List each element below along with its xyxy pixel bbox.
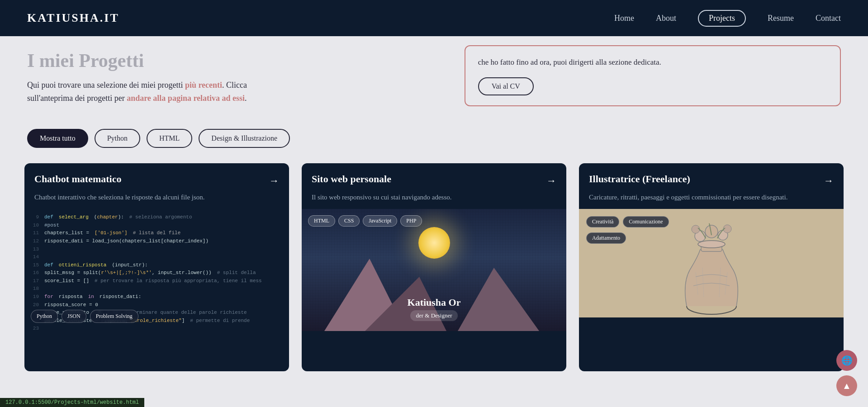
card-chatbot-title: Chatbot matematico bbox=[34, 173, 265, 185]
nav-contact[interactable]: Contact bbox=[816, 14, 841, 23]
moon-decoration bbox=[418, 227, 450, 259]
tag-problem-solving: Problem Solving bbox=[90, 310, 138, 323]
card-chatbot-header: Chatbot matematico → bbox=[24, 163, 289, 192]
web-person-role: der & Designer bbox=[410, 310, 457, 321]
nav-links: Home About Projects Resume Contact bbox=[614, 10, 841, 27]
tag-python: Python bbox=[31, 310, 58, 323]
tag-html: HTML bbox=[308, 215, 335, 227]
intro-strip: I miei Progetti Qui puoi trovare una sel… bbox=[0, 36, 868, 120]
floating-buttons: 🌐 ▲ bbox=[836, 350, 857, 376]
filter-row: Mostra tutto Python HTML Design & Illust… bbox=[0, 120, 868, 159]
card-chatbot-arrow: → bbox=[269, 175, 279, 187]
filter-html[interactable]: HTML bbox=[147, 129, 192, 148]
mountain2 bbox=[458, 268, 539, 331]
svg-point-6 bbox=[692, 225, 700, 233]
translate-button[interactable]: 🌐 bbox=[836, 350, 857, 371]
intro-right-text: che ho fatto fino ad ora, puoi dirigerti… bbox=[478, 56, 827, 69]
card-website-header: Sito web personale → bbox=[302, 163, 566, 192]
card-illustratrice[interactable]: Illustratrice (Freelance) → Caricature, … bbox=[579, 163, 844, 371]
card-chatbot-img: 9def select_arg(chapter): # seleziona ar… bbox=[24, 209, 289, 371]
tag-css: CSS bbox=[338, 215, 360, 227]
translate-icon: 🌐 bbox=[841, 355, 853, 366]
filter-mostra-tutto[interactable]: Mostra tutto bbox=[27, 129, 88, 148]
tag-json: JSON bbox=[62, 310, 86, 323]
filter-python[interactable]: Python bbox=[95, 129, 140, 148]
tag-comunicazione: Comunicazione bbox=[623, 216, 669, 227]
cv-button[interactable]: Vai al CV bbox=[478, 77, 534, 95]
card-website-img: Katiusha Or der & Designer HTML CSS Java… bbox=[302, 209, 566, 371]
intro-left: I miei Progetti Qui puoi trovare una sel… bbox=[27, 36, 446, 111]
site-logo[interactable]: KATIUSHA.IT bbox=[27, 11, 119, 25]
tag-creativita: Creatività bbox=[586, 216, 619, 227]
illus-preview: Creatività Comunicazione Adattamento bbox=[579, 209, 844, 317]
page-title: I miei Progetti bbox=[27, 50, 446, 71]
svg-point-4 bbox=[705, 225, 718, 238]
vase-illustration bbox=[673, 222, 750, 317]
card-website-desc: Il sito web responsivo su cui stai navig… bbox=[302, 192, 566, 209]
card-chatbot-desc: Chatbot interattivo che seleziona le ris… bbox=[24, 192, 289, 209]
navbar: KATIUSHA.IT Home About Projects Resume C… bbox=[0, 0, 868, 36]
web-person-name: Katiusha Or bbox=[408, 297, 461, 308]
tag-adattamento: Adattamento bbox=[586, 232, 626, 244]
web-img-overlay: Katiusha Or der & Designer bbox=[408, 297, 461, 321]
code-block: 9def select_arg(chapter): # seleziona ar… bbox=[24, 209, 289, 331]
card-website-arrow: → bbox=[546, 175, 556, 187]
intro-description: Qui puoi trovare una selezione dei miei … bbox=[27, 79, 280, 105]
illus-tags-row1: Creatività Comunicazione bbox=[586, 216, 669, 227]
card-chatbot[interactable]: Chatbot matematico → Chatbot interattivo… bbox=[24, 163, 289, 371]
scroll-top-button[interactable]: ▲ bbox=[836, 375, 857, 376]
nav-resume[interactable]: Resume bbox=[768, 14, 794, 23]
intro-right: che ho fatto fino ad ora, puoi dirigerti… bbox=[465, 45, 841, 106]
card-illustratrice-desc: Caricature, ritratti, paesaggi e oggetti… bbox=[579, 192, 844, 209]
desc-link1[interactable]: più recenti bbox=[185, 80, 222, 90]
web-tags: HTML CSS JavaScript PHP bbox=[308, 215, 422, 227]
card-illustratrice-arrow: → bbox=[824, 175, 834, 187]
nav-home[interactable]: Home bbox=[614, 14, 634, 23]
code-tags: Python JSON Problem Solving bbox=[31, 310, 138, 323]
nav-projects[interactable]: Projects bbox=[698, 10, 746, 27]
nav-about[interactable]: About bbox=[656, 14, 676, 23]
filter-design[interactable]: Design & Illustrazione bbox=[199, 129, 290, 148]
page: I miei Progetti Qui puoi trovare una sel… bbox=[0, 0, 868, 376]
tag-php: PHP bbox=[400, 215, 422, 227]
card-illustratrice-img: Creatività Comunicazione Adattamento bbox=[579, 209, 844, 371]
card-website-title: Sito web personale bbox=[312, 173, 542, 185]
illus-tags-row2: Adattamento bbox=[586, 232, 626, 244]
card-illustratrice-title: Illustratrice (Freelance) bbox=[589, 173, 819, 185]
svg-point-2 bbox=[698, 241, 725, 248]
web-preview: Katiusha Or der & Designer HTML CSS Java… bbox=[302, 209, 566, 331]
card-illustratrice-header: Illustratrice (Freelance) → bbox=[579, 163, 844, 192]
desc-link2[interactable]: andare alla pagina relativa ad essi bbox=[127, 94, 245, 103]
card-website[interactable]: Sito web personale → Il sito web respons… bbox=[302, 163, 566, 371]
cards-grid: Chatbot matematico → Chatbot interattivo… bbox=[0, 159, 868, 376]
tag-javascript: JavaScript bbox=[363, 215, 397, 227]
